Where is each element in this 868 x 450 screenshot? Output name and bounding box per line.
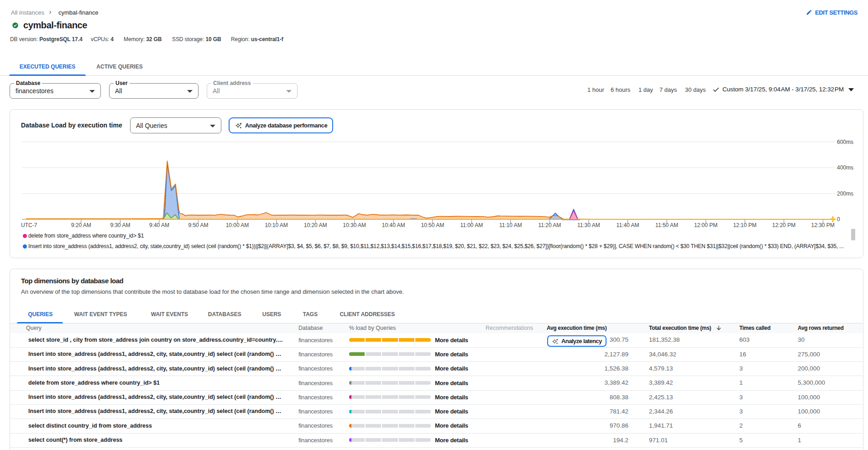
svg-text:400ms: 400ms [837,164,853,171]
svg-text:9:40 AM: 9:40 AM [149,222,169,228]
svg-text:600ms: 600ms [837,139,853,145]
svg-text:10:20 AM: 10:20 AM [304,222,327,228]
svg-text:10:00 AM: 10:00 AM [226,222,249,228]
svg-text:12:20 PM: 12:20 PM [772,222,795,228]
svg-text:12:10 PM: 12:10 PM [733,222,756,228]
svg-text:10:30 AM: 10:30 AM [343,222,366,228]
svg-text:200ms: 200ms [837,191,853,197]
svg-text:11:20 AM: 11:20 AM [538,222,561,228]
svg-text:9:30 AM: 9:30 AM [110,222,130,228]
svg-text:10:40 AM: 10:40 AM [382,222,405,228]
svg-text:UTC-7: UTC-7 [21,222,37,228]
svg-text:11:30 AM: 11:30 AM [577,222,600,228]
svg-text:9:50 AM: 9:50 AM [188,222,208,228]
svg-text:11:40 AM: 11:40 AM [617,222,639,228]
svg-text:11:10 AM: 11:10 AM [499,222,522,228]
svg-text:11:00 AM: 11:00 AM [460,222,483,228]
svg-text:10:50 AM: 10:50 AM [421,222,444,228]
svg-text:11:50 AM: 11:50 AM [655,222,678,228]
svg-text:12:00 PM: 12:00 PM [694,222,717,228]
svg-text:9:20 AM: 9:20 AM [71,222,91,228]
svg-text:0: 0 [837,216,840,222]
svg-text:12:30 PM: 12:30 PM [811,222,835,228]
svg-text:10:10 AM: 10:10 AM [265,222,288,228]
